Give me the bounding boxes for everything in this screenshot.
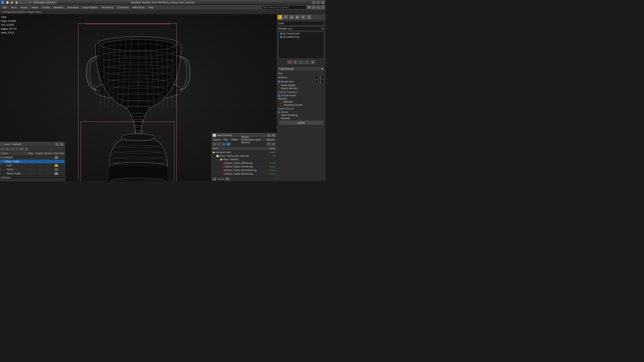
asset-row-fresnel[interactable]: 🖼 Brass_Trophy_Fresnel.png Found <box>212 165 276 168</box>
layer-row-default[interactable]: ▶ 0 (default) --- --- --- <box>0 156 64 160</box>
layers-help-btn[interactable]: ? <box>55 143 59 146</box>
asset-menu-file[interactable]: File <box>223 138 229 141</box>
panel-tab-motion[interactable]: ▶ <box>295 15 300 20</box>
save-btn[interactable]: 💾 <box>14 1 18 4</box>
update-button[interactable]: Update <box>279 120 323 125</box>
open-btn[interactable]: 📂 <box>10 1 14 4</box>
close-btn[interactable]: ✕ <box>321 1 325 4</box>
iterations-value[interactable]: 1 ▲ ▼ <box>315 75 324 79</box>
when-rendering-radio[interactable] <box>278 114 280 116</box>
panel-tab-modify[interactable]: ⚒ <box>283 15 288 20</box>
mod-btn-down[interactable]: ↓ <box>304 60 310 64</box>
search-opt3[interactable]: ? <box>321 5 325 9</box>
render-icon-btn[interactable]: 🎬 <box>28 1 32 4</box>
isoline-checkbox[interactable] <box>278 84 280 86</box>
menu-views[interactable]: Views <box>30 5 40 9</box>
menu-help[interactable]: Help <box>147 5 156 9</box>
redo-btn[interactable]: ↪ <box>23 1 27 4</box>
layer-tool-add[interactable]: + <box>10 147 14 151</box>
explicit-normals-row: Explicit Normals <box>278 87 324 90</box>
smooth-result-checkbox[interactable] <box>278 94 280 97</box>
panel-tab-hierarchy[interactable]: ⊞ <box>289 15 294 20</box>
asset-row-maps-folder[interactable]: 📁 Maps / Shaders <box>212 158 276 161</box>
asset-menu-options[interactable]: Options <box>266 138 276 141</box>
object-name-input[interactable] <box>278 21 325 25</box>
menu-maxscript[interactable]: MAXScript <box>131 5 146 9</box>
search-input[interactable] <box>262 5 306 9</box>
asset-row-normal[interactable]: 🖼 Brass_Trophy_Normal.png Found <box>212 172 276 176</box>
minimize-btn[interactable]: ─ <box>312 1 316 4</box>
asset-tool-refresh[interactable]: ↻ <box>266 142 271 146</box>
render-iters-checkbox[interactable] <box>278 80 280 83</box>
viewport-header: + [Perspective] [Shaded + Edged Faces] <box>0 10 326 14</box>
menu-animation[interactable]: Animation <box>66 5 80 9</box>
smoothing-groups-checkbox[interactable] <box>281 104 283 106</box>
asset-row-glossiness[interactable]: 🖼 Brass_Trophy_Glossiness.png Found <box>212 168 276 172</box>
layer-tool-opts[interactable]: ≡ <box>24 147 28 151</box>
asset-scroll-left[interactable]: ◀ <box>212 177 217 181</box>
layer-row-gold[interactable]: Gold --- --- <box>0 164 64 168</box>
mod-btn-pin[interactable]: 📌 <box>287 60 292 64</box>
asset-row-max-file[interactable]: 📄 Brass_Trophy_max_vray.max Ok <box>212 154 276 158</box>
mod-btn-up[interactable]: ↑ <box>298 60 304 64</box>
asset-row-diffuse[interactable]: 🖼 Brass_Trophy_Diffuse.png Found <box>212 161 276 165</box>
asset-footer: ◀ ▶ <box>212 176 276 181</box>
new-btn[interactable]: 📄 <box>5 1 10 4</box>
layer-tool-delete[interactable]: ✕ <box>5 147 10 151</box>
asset-tool-settings[interactable]: ⚙ <box>271 142 276 146</box>
layer-tool-select[interactable]: ⬡ <box>1 147 5 151</box>
asset-table-body: 📁 Autodesk Vault Logged 📄 Brass_Trophy_m… <box>212 151 276 176</box>
asset-tool-3[interactable]: ▤ <box>222 142 226 146</box>
asset-menu-bitmap[interactable]: Bitmap Performance and Memory <box>240 136 264 144</box>
asset-menu-server[interactable]: Server <box>212 138 221 141</box>
asset-panel: 📊 Asset Tracking □ ✕ Server File Paths B… <box>212 133 276 181</box>
asset-col-status-label: Status <box>262 147 275 150</box>
menu-tools[interactable]: Tools <box>9 5 18 9</box>
materials-checkbox[interactable] <box>281 101 283 103</box>
layers-close-btn[interactable]: ✕ <box>60 143 64 146</box>
search-opt2[interactable]: ≡ <box>316 5 320 9</box>
layer-color-gold <box>54 164 58 167</box>
manually-radio[interactable] <box>278 117 280 120</box>
menu-group[interactable]: Group <box>19 5 30 9</box>
mod-btn-config[interactable]: ⚙ <box>293 60 298 64</box>
explicit-normals-checkbox[interactable] <box>278 87 280 90</box>
modifier-turbosmooth[interactable]: TurboSmooth <box>278 32 324 35</box>
menu-create[interactable]: Create <box>40 5 51 9</box>
layer-tool-merge[interactable]: ⊞ <box>20 147 24 151</box>
modifier-editable-poly[interactable]: Editable Poly <box>278 35 324 39</box>
asset-scroll-right[interactable]: ▶ <box>225 177 230 181</box>
asset-row-vault[interactable]: 📁 Autodesk Vault Logged <box>212 151 276 154</box>
mod-btn-delete[interactable]: 🗑 <box>310 60 316 64</box>
layer-row-plastic[interactable]: Plastic --- --- <box>0 168 64 172</box>
modifier-list-dropdown[interactable]: Modifier List ▼ <box>278 26 325 31</box>
panel-tab-create[interactable]: ✦ <box>278 15 282 20</box>
asset-close-btn[interactable]: ✕ <box>271 134 275 137</box>
search-btn[interactable]: 🔍 <box>307 5 311 9</box>
render-iters-value[interactable]: 2 ▲ ▼ <box>315 80 324 83</box>
undo-btn[interactable]: ↩ <box>19 1 23 4</box>
asset-tool-2[interactable]: ≡ <box>217 142 222 146</box>
workspace-dropdown[interactable]: Workspace: Default ▼ <box>33 1 57 4</box>
asset-restore-btn[interactable]: □ <box>267 134 271 137</box>
asset-menu-paths[interactable]: Paths <box>230 138 238 141</box>
layer-row-brass-trophy2[interactable]: Brass_Trophy --- --- <box>0 172 64 176</box>
always-radio[interactable] <box>278 111 280 113</box>
asset-tool-4[interactable]: ▦ <box>226 142 231 146</box>
search-opt1[interactable]: ⚙ <box>312 5 316 9</box>
render-iters-row: Render Iters: 2 ▲ ▼ <box>278 80 324 83</box>
menu-rendering[interactable]: Rendering <box>100 5 115 9</box>
panel-tab-utilities[interactable]: 🔧 <box>306 15 312 20</box>
manually-row: Manually <box>278 117 324 120</box>
turbosmooth-title: TurboSmooth <box>279 67 294 70</box>
title-bar-left: 3 📄 📂 💾 ↩ ↪ 🎬 Workspace: Default ▼ <box>1 1 57 4</box>
asset-tool-1[interactable]: ⊞ <box>212 142 217 146</box>
layer-tool-move[interactable]: ↓ <box>15 147 19 151</box>
menu-customize[interactable]: Customize <box>116 5 130 9</box>
menu-edit[interactable]: Edit <box>1 5 9 9</box>
menu-graph-editors[interactable]: Graph Editors <box>81 5 100 9</box>
layer-row-brass-trophy[interactable]: ▶ Brass_Trophy --- --- --- ● <box>0 160 64 164</box>
panel-tab-display[interactable]: 👁 <box>301 15 306 20</box>
menu-modifiers[interactable]: Modifiers <box>52 5 65 9</box>
maximize-btn[interactable]: □ <box>316 1 320 4</box>
